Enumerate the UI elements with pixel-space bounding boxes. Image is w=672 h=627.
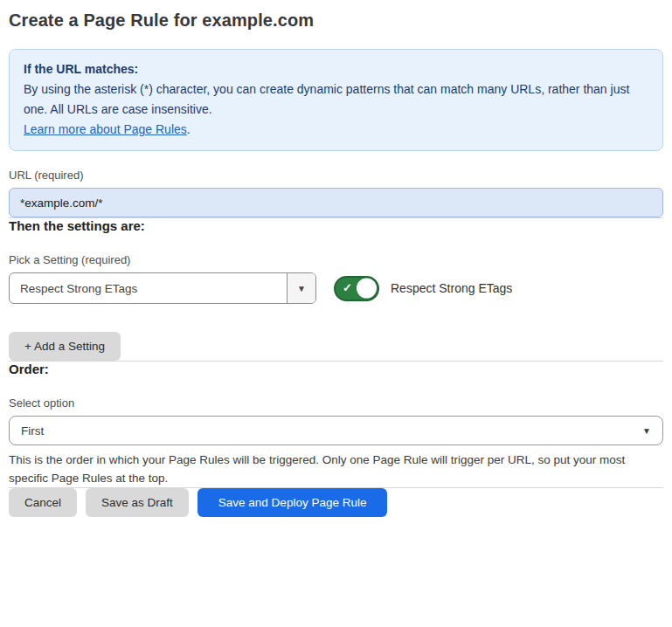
url-input[interactable] — [9, 188, 663, 217]
order-select[interactable]: First ▼ — [9, 416, 663, 445]
toggle-knob — [357, 279, 377, 299]
add-setting-button[interactable]: + Add a Setting — [9, 332, 121, 361]
url-field-label: URL (required) — [9, 169, 663, 182]
page-title: Create a Page Rule for example.com — [9, 10, 663, 31]
link-period: . — [187, 122, 191, 136]
footer-actions: Cancel Save as Draft Save and Deploy Pag… — [9, 488, 663, 517]
setting-select[interactable]: Respect Strong ETags ▼ — [9, 272, 316, 304]
info-box-body: By using the asterisk (*) character, you… — [24, 79, 648, 120]
order-select-value: First — [21, 424, 44, 438]
setting-select-arrow-button[interactable]: ▼ — [287, 273, 315, 303]
learn-more-link[interactable]: Learn more about Page Rules — [24, 122, 187, 136]
toggle-label: Respect Strong ETags — [391, 281, 512, 295]
save-as-draft-button[interactable]: Save as Draft — [86, 488, 189, 517]
check-icon: ✓ — [343, 281, 352, 294]
info-box-link-line: Learn more about Page Rules. — [24, 120, 648, 140]
chevron-down-icon: ▼ — [297, 284, 306, 293]
settings-section-heading: Then the settings are: — [9, 218, 663, 233]
info-box-heading: If the URL matches: — [24, 59, 648, 79]
order-section-heading: Order: — [9, 362, 663, 376]
setting-select-value: Respect Strong ETags — [10, 273, 287, 303]
order-select-label: Select option — [9, 396, 663, 410]
chevron-down-icon: ▼ — [642, 426, 651, 436]
cancel-button[interactable]: Cancel — [9, 488, 77, 517]
order-help-text: This is the order in which your Page Rul… — [9, 451, 663, 487]
save-and-deploy-button[interactable]: Save and Deploy Page Rule — [197, 488, 388, 517]
setting-toggle-group: ✓ Respect Strong ETags — [334, 276, 512, 301]
setting-row: Respect Strong ETags ▼ ✓ Respect Strong … — [9, 272, 663, 304]
url-match-info-box: If the URL matches: By using the asteris… — [9, 49, 663, 151]
setting-picker-label: Pick a Setting (required) — [9, 253, 663, 266]
respect-strong-etags-toggle[interactable]: ✓ — [334, 276, 379, 301]
